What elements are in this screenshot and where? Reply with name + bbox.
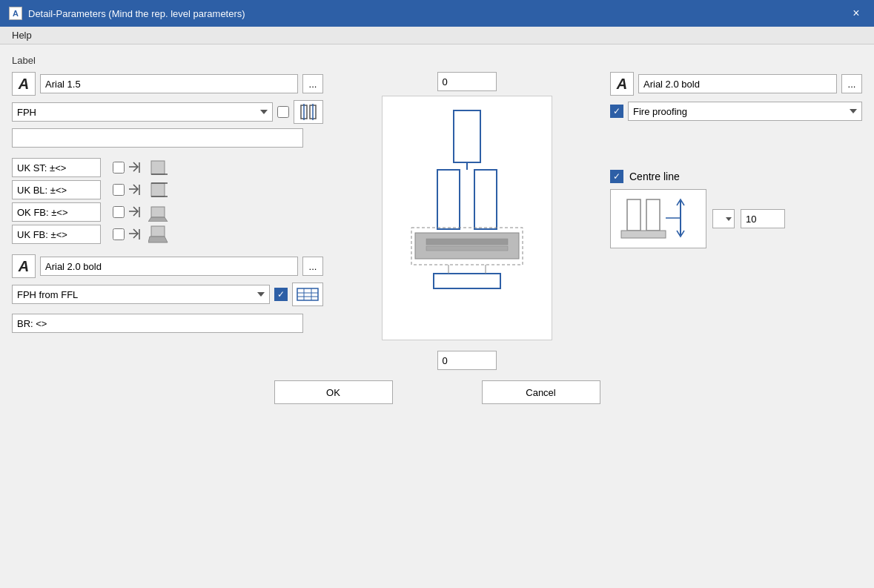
center-value-1[interactable] — [437, 72, 497, 91]
left-panel: A ... FPH — [12, 72, 323, 370]
elev-row-okfb: OK FB: ±<> — [12, 202, 101, 222]
svg-marker-20 — [148, 237, 168, 242]
fireproofing-checkbox[interactable]: ✓ — [610, 105, 623, 118]
checkbox-1[interactable] — [277, 106, 289, 118]
elev-chk-ukst[interactable] — [113, 162, 125, 174]
dropdown-row-2: FPH from FFL ✓ — [12, 283, 323, 306]
spacer-right — [610, 127, 862, 164]
table-icon — [297, 286, 319, 303]
font-row-2: A ... — [610, 72, 862, 96]
font-row-1: A ... — [12, 72, 323, 96]
column-align-icon — [298, 104, 319, 120]
elev-icon-ukfb — [128, 225, 145, 244]
elev-row-ukst: UK ST: ±<> — [12, 158, 101, 177]
menu-bar: Help — [0, 27, 874, 44]
elev-ctrl-ukfb — [113, 225, 173, 244]
font-ellipsis-1[interactable]: ... — [302, 74, 323, 93]
svg-rect-30 — [415, 233, 519, 259]
elev-label-ukfb: UK FB: ±<> — [12, 225, 101, 244]
svg-rect-10 — [151, 183, 165, 196]
elev-controls-col — [113, 158, 173, 244]
br-label: BR: <> — [12, 314, 303, 333]
br-row: BR: <> — [12, 314, 323, 333]
elev-shape-ukbl — [148, 180, 173, 199]
label-section-header: Label — [12, 55, 862, 66]
fireproofing-row: ✓ Fire proofing — [610, 102, 862, 121]
elev-label-ukst: UK ST: ±<> — [12, 158, 101, 177]
elev-chk-okfb[interactable] — [113, 206, 125, 218]
font-ellipsis-2[interactable]: ... — [841, 74, 862, 93]
text-input-row — [12, 128, 323, 148]
svg-rect-21 — [297, 288, 318, 300]
elev-chk-ukbl[interactable] — [113, 184, 125, 196]
elev-ctrl-ukbl — [113, 180, 173, 199]
dropdown-row-1: FPH — [12, 100, 323, 124]
svg-rect-6 — [151, 161, 165, 174]
right-panel: A ... ✓ Fire proofing ✓ Centre line — [610, 72, 862, 370]
elev-chk-ukfb[interactable] — [113, 228, 125, 240]
structural-drawing — [393, 103, 541, 333]
svg-rect-38 — [646, 199, 660, 231]
font-input-2[interactable] — [638, 74, 837, 93]
elev-shape-ukfb — [148, 225, 173, 244]
title-bar: A Detail-Parameters (Mind the rep. level… — [0, 0, 874, 27]
drawing-area — [382, 96, 552, 340]
font-icon-2: A — [610, 72, 634, 96]
elev-row-ukbl: UK BL: ±<> — [12, 180, 101, 199]
elev-ctrl-okfb — [113, 202, 173, 222]
align-icon-btn-1[interactable] — [294, 100, 323, 124]
elev-label-ukbl: UK BL: ±<> — [12, 180, 101, 199]
font-icon-3: A — [12, 254, 36, 278]
font-row-3: A ... — [12, 254, 323, 278]
elev-icon-ukbl — [128, 180, 145, 199]
text-field-1[interactable] — [12, 128, 303, 148]
elev-icon-ukst — [128, 158, 145, 177]
svg-rect-19 — [151, 226, 165, 237]
center-panel — [332, 72, 601, 370]
center-value-2[interactable] — [437, 351, 497, 370]
elev-icon-okfb — [128, 202, 145, 222]
ok-button[interactable]: OK — [274, 380, 393, 404]
elev-shape-ukst — [148, 158, 173, 177]
button-row: OK Cancel — [12, 380, 862, 409]
svg-rect-27 — [437, 170, 460, 229]
help-menu[interactable]: Help — [9, 28, 35, 42]
centre-style-dropdown[interactable] — [712, 209, 735, 228]
svg-rect-34 — [434, 274, 500, 288]
app-icon: A — [9, 7, 22, 20]
close-button[interactable]: × — [847, 4, 865, 22]
svg-rect-33 — [426, 246, 508, 251]
svg-rect-26 — [454, 110, 480, 162]
svg-rect-15 — [151, 207, 165, 217]
centre-line-controls — [610, 189, 862, 248]
centre-line-preview — [610, 189, 706, 248]
svg-rect-32 — [426, 239, 508, 245]
elevation-section: UK ST: ±<> UK BL: ±<> OK FB: ±<> — [12, 158, 323, 244]
cancel-button[interactable]: Cancel — [482, 380, 600, 404]
elev-row-ukfb: UK FB: ±<> — [12, 225, 101, 244]
elev-label-okfb: OK FB: ±<> — [12, 202, 101, 222]
svg-rect-39 — [621, 231, 666, 238]
svg-rect-28 — [474, 170, 497, 229]
dropdown-1[interactable]: FPH — [12, 102, 273, 122]
font-input-3[interactable] — [40, 257, 298, 276]
centre-line-checkbox[interactable]: ✓ — [610, 170, 623, 183]
dropdown-2[interactable]: FPH from FFL — [12, 285, 270, 304]
centre-line-header-row: ✓ Centre line — [610, 170, 862, 183]
dialog-body: Label A ... FPH — [0, 44, 874, 416]
elev-ctrl-ukst — [113, 158, 173, 177]
svg-rect-37 — [627, 199, 640, 231]
window-title: Detail-Parameters (Mind the rep. level p… — [28, 8, 245, 19]
centre-line-section: ✓ Centre line — [610, 170, 862, 248]
icon-btn-2[interactable] — [292, 283, 323, 306]
elev-shape-okfb — [148, 202, 173, 222]
centre-line-label: Centre line — [629, 171, 680, 182]
elev-labels-col: UK ST: ±<> UK BL: ±<> OK FB: ±<> — [12, 158, 101, 244]
font-ellipsis-3[interactable]: ... — [302, 257, 323, 276]
dropdown-3[interactable]: Fire proofing — [628, 102, 862, 121]
centre-value-input[interactable] — [741, 209, 785, 228]
checkbox-2-checked[interactable]: ✓ — [274, 288, 288, 301]
font-input-1[interactable] — [40, 74, 298, 93]
svg-marker-16 — [148, 217, 168, 222]
centre-line-svg — [614, 192, 703, 245]
